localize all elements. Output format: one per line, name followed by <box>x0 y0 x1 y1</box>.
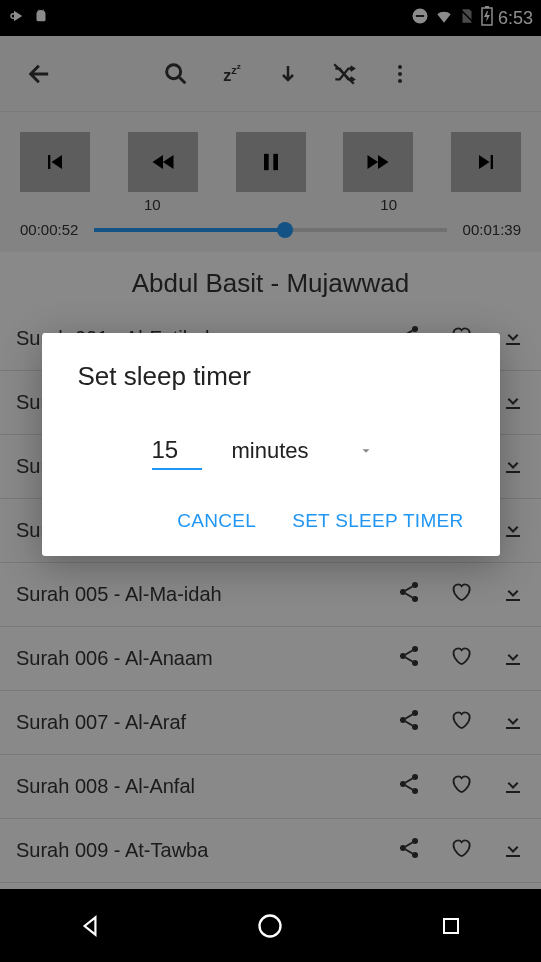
svg-point-62 <box>260 915 281 936</box>
nav-bar <box>0 889 541 962</box>
modal-overlay[interactable]: Set sleep timer minutes CANCEL SET SLEEP… <box>0 0 541 889</box>
timer-unit-select[interactable]: minutes <box>232 438 373 464</box>
chevron-down-icon <box>359 444 373 458</box>
set-timer-button[interactable]: SET SLEEP TIMER <box>292 510 463 532</box>
timer-minutes-input[interactable] <box>152 432 202 470</box>
dialog-title: Set sleep timer <box>78 361 464 392</box>
nav-recent-button[interactable] <box>426 901 476 951</box>
svg-rect-63 <box>444 919 458 933</box>
sleep-timer-dialog: Set sleep timer minutes CANCEL SET SLEEP… <box>42 333 500 556</box>
nav-home-button[interactable] <box>245 901 295 951</box>
nav-back-button[interactable] <box>65 901 115 951</box>
timer-unit-label: minutes <box>232 438 309 464</box>
cancel-button[interactable]: CANCEL <box>177 510 256 532</box>
